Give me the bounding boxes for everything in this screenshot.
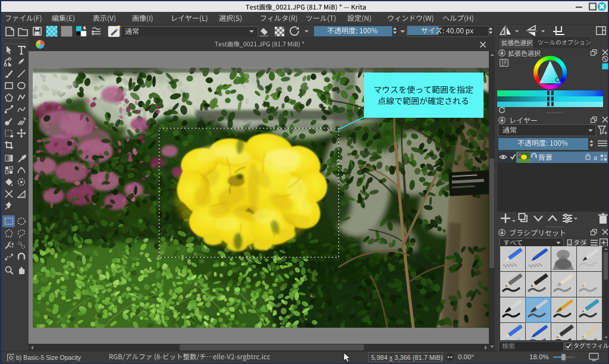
svg-text:a: a (594, 154, 597, 161)
